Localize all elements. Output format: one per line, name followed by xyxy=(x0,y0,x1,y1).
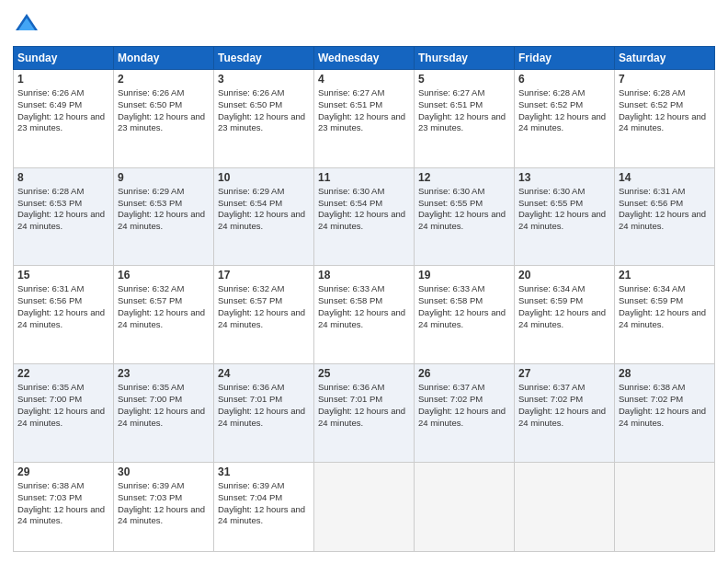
calendar-day-header: Wednesday xyxy=(314,47,415,70)
daylight-label: Daylight: 12 hours and 24 minutes. xyxy=(218,307,305,329)
daylight-label: Daylight: 12 hours and 23 minutes. xyxy=(118,111,205,133)
sunrise-label: Sunrise: 6:26 AM xyxy=(17,87,84,98)
sunset-label: Sunset: 6:59 PM xyxy=(619,295,683,305)
calendar-cell: 27 Sunrise: 6:37 AM Sunset: 7:02 PM Dayl… xyxy=(515,364,615,463)
daylight-label: Daylight: 12 hours and 24 minutes. xyxy=(418,209,506,231)
daylight-label: Daylight: 12 hours and 24 minutes. xyxy=(318,209,405,231)
calendar-cell: 5 Sunrise: 6:27 AM Sunset: 6:51 PM Dayli… xyxy=(415,70,515,168)
daylight-label: Daylight: 12 hours and 24 minutes. xyxy=(619,111,706,133)
sunrise-label: Sunrise: 6:35 AM xyxy=(17,382,84,392)
day-number: 24 xyxy=(218,367,310,380)
sunset-label: Sunset: 6:57 PM xyxy=(118,295,182,305)
calendar-week-row: 15 Sunrise: 6:31 AM Sunset: 6:56 PM Dayl… xyxy=(14,266,715,364)
sunrise-label: Sunrise: 6:33 AM xyxy=(318,283,384,293)
sunset-label: Sunset: 7:03 PM xyxy=(118,492,182,502)
sunset-label: Sunset: 6:54 PM xyxy=(318,198,382,208)
sunrise-label: Sunrise: 6:26 AM xyxy=(218,87,284,98)
sunset-label: Sunset: 7:02 PM xyxy=(619,394,683,404)
sunrise-label: Sunrise: 6:29 AM xyxy=(218,186,284,196)
daylight-label: Daylight: 12 hours and 24 minutes. xyxy=(318,307,405,329)
sunrise-label: Sunrise: 6:31 AM xyxy=(619,186,685,196)
calendar-cell: 20 Sunrise: 6:34 AM Sunset: 6:59 PM Dayl… xyxy=(515,266,615,364)
daylight-label: Daylight: 12 hours and 24 minutes. xyxy=(619,307,706,329)
calendar-cell: 1 Sunrise: 6:26 AM Sunset: 6:49 PM Dayli… xyxy=(14,70,114,168)
sunset-label: Sunset: 6:55 PM xyxy=(418,198,483,208)
day-number: 10 xyxy=(218,171,310,184)
daylight-label: Daylight: 12 hours and 24 minutes. xyxy=(518,111,606,133)
day-info: Sunrise: 6:28 AM Sunset: 6:53 PM Dayligh… xyxy=(17,186,109,233)
calendar-day-header: Monday xyxy=(114,47,214,70)
calendar-cell: 4 Sunrise: 6:27 AM Sunset: 6:51 PM Dayli… xyxy=(314,70,415,168)
calendar-header-row: SundayMondayTuesdayWednesdayThursdayFrid… xyxy=(14,47,715,70)
calendar-cell: 28 Sunrise: 6:38 AM Sunset: 7:02 PM Dayl… xyxy=(615,364,715,463)
day-info: Sunrise: 6:28 AM Sunset: 6:52 PM Dayligh… xyxy=(619,87,711,134)
daylight-label: Daylight: 12 hours and 24 minutes. xyxy=(118,406,205,428)
calendar-cell: 26 Sunrise: 6:37 AM Sunset: 7:02 PM Dayl… xyxy=(415,364,515,463)
sunset-label: Sunset: 6:59 PM xyxy=(518,295,583,305)
calendar-cell: 31 Sunrise: 6:39 AM Sunset: 7:04 PM Dayl… xyxy=(214,462,314,551)
day-number: 22 xyxy=(17,367,109,380)
daylight-label: Daylight: 12 hours and 24 minutes. xyxy=(118,209,205,231)
day-number: 7 xyxy=(619,73,711,86)
day-number: 14 xyxy=(619,171,711,184)
daylight-label: Daylight: 12 hours and 24 minutes. xyxy=(218,504,305,526)
sunset-label: Sunset: 6:58 PM xyxy=(418,295,483,305)
day-number: 8 xyxy=(17,171,109,184)
day-number: 5 xyxy=(418,73,510,86)
sunset-label: Sunset: 6:56 PM xyxy=(619,198,683,208)
sunrise-label: Sunrise: 6:32 AM xyxy=(118,283,184,293)
daylight-label: Daylight: 12 hours and 24 minutes. xyxy=(118,504,205,526)
day-number: 6 xyxy=(518,73,610,86)
day-number: 19 xyxy=(418,269,510,282)
calendar-cell: 18 Sunrise: 6:33 AM Sunset: 6:58 PM Dayl… xyxy=(314,266,415,364)
calendar-cell: 14 Sunrise: 6:31 AM Sunset: 6:56 PM Dayl… xyxy=(615,167,715,266)
sunrise-label: Sunrise: 6:32 AM xyxy=(218,283,284,293)
daylight-label: Daylight: 12 hours and 24 minutes. xyxy=(518,209,606,231)
day-info: Sunrise: 6:39 AM Sunset: 7:04 PM Dayligh… xyxy=(218,480,310,527)
day-info: Sunrise: 6:36 AM Sunset: 7:01 PM Dayligh… xyxy=(318,382,410,429)
day-info: Sunrise: 6:34 AM Sunset: 6:59 PM Dayligh… xyxy=(619,283,711,330)
day-info: Sunrise: 6:39 AM Sunset: 7:03 PM Dayligh… xyxy=(118,480,210,527)
calendar-cell: 3 Sunrise: 6:26 AM Sunset: 6:50 PM Dayli… xyxy=(214,70,314,168)
sunset-label: Sunset: 6:49 PM xyxy=(17,99,82,109)
day-number: 30 xyxy=(118,465,210,478)
page: SundayMondayTuesdayWednesdayThursdayFrid… xyxy=(0,0,728,563)
calendar-cell: 21 Sunrise: 6:34 AM Sunset: 6:59 PM Dayl… xyxy=(615,266,715,364)
day-info: Sunrise: 6:30 AM Sunset: 6:55 PM Dayligh… xyxy=(518,186,610,233)
logo xyxy=(13,11,44,39)
calendar-day-header: Saturday xyxy=(615,47,715,70)
sunrise-label: Sunrise: 6:39 AM xyxy=(118,480,184,490)
sunrise-label: Sunrise: 6:31 AM xyxy=(17,283,84,293)
sunset-label: Sunset: 7:00 PM xyxy=(17,394,82,404)
calendar-table: SundayMondayTuesdayWednesdayThursdayFrid… xyxy=(13,46,715,552)
daylight-label: Daylight: 12 hours and 24 minutes. xyxy=(17,504,105,526)
day-info: Sunrise: 6:35 AM Sunset: 7:00 PM Dayligh… xyxy=(17,382,109,429)
daylight-label: Daylight: 12 hours and 24 minutes. xyxy=(318,406,405,428)
day-info: Sunrise: 6:36 AM Sunset: 7:01 PM Dayligh… xyxy=(218,382,310,429)
calendar-week-row: 29 Sunrise: 6:38 AM Sunset: 7:03 PM Dayl… xyxy=(14,462,715,551)
daylight-label: Daylight: 12 hours and 24 minutes. xyxy=(418,406,506,428)
sunrise-label: Sunrise: 6:33 AM xyxy=(418,283,484,293)
calendar-cell: 29 Sunrise: 6:38 AM Sunset: 7:03 PM Dayl… xyxy=(14,462,114,551)
day-number: 1 xyxy=(17,73,109,86)
day-info: Sunrise: 6:26 AM Sunset: 6:50 PM Dayligh… xyxy=(218,87,310,134)
sunrise-label: Sunrise: 6:27 AM xyxy=(318,87,384,98)
calendar-day-header: Tuesday xyxy=(214,47,314,70)
sunset-label: Sunset: 6:53 PM xyxy=(118,198,182,208)
sunset-label: Sunset: 6:50 PM xyxy=(118,99,182,109)
day-number: 2 xyxy=(118,73,210,86)
calendar-week-row: 22 Sunrise: 6:35 AM Sunset: 7:00 PM Dayl… xyxy=(14,364,715,463)
sunrise-label: Sunrise: 6:30 AM xyxy=(418,186,484,196)
daylight-label: Daylight: 12 hours and 24 minutes. xyxy=(418,307,506,329)
sunrise-label: Sunrise: 6:34 AM xyxy=(619,283,685,293)
sunrise-label: Sunrise: 6:37 AM xyxy=(518,382,585,392)
day-info: Sunrise: 6:38 AM Sunset: 7:02 PM Dayligh… xyxy=(619,382,711,429)
sunrise-label: Sunrise: 6:28 AM xyxy=(619,87,685,98)
day-number: 31 xyxy=(218,465,310,478)
calendar-day-header: Thursday xyxy=(415,47,515,70)
sunrise-label: Sunrise: 6:30 AM xyxy=(518,186,585,196)
day-info: Sunrise: 6:31 AM Sunset: 6:56 PM Dayligh… xyxy=(619,186,711,233)
sunset-label: Sunset: 6:57 PM xyxy=(218,295,282,305)
sunset-label: Sunset: 6:54 PM xyxy=(218,198,282,208)
day-number: 18 xyxy=(318,269,410,282)
